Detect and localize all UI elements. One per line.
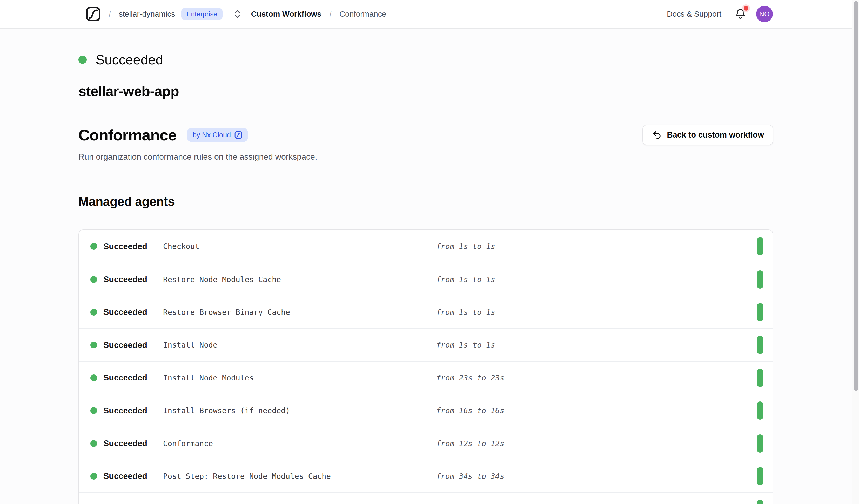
step-name: Install Node Modules xyxy=(163,373,436,382)
breadcrumb-separator: / xyxy=(109,9,111,19)
workspace-switcher-icon[interactable] xyxy=(234,9,241,19)
status-dot-icon xyxy=(90,341,97,348)
page-description: Run organization conformance rules on th… xyxy=(78,152,773,162)
by-nx-cloud-badge: by Nx Cloud xyxy=(187,128,248,142)
nx-cloud-logo-icon[interactable] xyxy=(86,6,101,21)
run-status: Succeeded xyxy=(78,29,773,67)
scrollbar-track xyxy=(852,0,859,504)
agent-step-row[interactable]: Succeeded Checkout from 1s to 1s xyxy=(79,230,773,263)
status-dot-icon xyxy=(90,375,97,381)
status-dot-icon xyxy=(90,440,97,447)
step-duration-bar-icon xyxy=(757,303,764,321)
step-duration-bar-icon xyxy=(757,237,764,255)
back-to-custom-workflow-button[interactable]: Back to custom workflow xyxy=(643,125,773,145)
undo-arrow-icon xyxy=(652,130,662,140)
step-status-label: Succeeded xyxy=(103,439,147,448)
by-nx-cloud-label: by Nx Cloud xyxy=(193,132,231,139)
step-name: Install Node xyxy=(163,340,436,349)
status-dot-icon xyxy=(78,56,87,64)
step-status-label: Succeeded xyxy=(103,242,147,251)
step-duration: from 1s to 1s xyxy=(436,242,495,251)
step-status-cell: Succeeded xyxy=(90,340,163,350)
agent-step-row[interactable]: Succeeded Install Browsers (if needed) f… xyxy=(79,394,773,427)
step-duration-bar-icon xyxy=(757,369,764,387)
agent-step-row[interactable]: Succeeded Install Node Modules from 23s … xyxy=(79,361,773,394)
step-status-label: Succeeded xyxy=(103,340,147,350)
breadcrumb-separator: / xyxy=(330,9,332,19)
step-duration-bar-icon xyxy=(757,434,764,453)
step-name: Restore Browser Binary Cache xyxy=(163,308,436,317)
notifications-button[interactable] xyxy=(735,8,746,20)
page-title: Conformance xyxy=(78,126,177,144)
step-duration: from 16s to 16s xyxy=(436,406,504,415)
agent-step-row[interactable]: Succeeded Install Node from 1s to 1s xyxy=(79,328,773,361)
agent-step-row[interactable]: Succeeded Post Step: Restore Node Module… xyxy=(79,460,773,492)
status-dot-icon xyxy=(90,276,97,283)
step-duration: from 1s to 1s xyxy=(436,340,495,349)
step-status-label: Succeeded xyxy=(103,373,147,383)
step-duration-bar-icon xyxy=(757,336,764,354)
notification-badge-icon xyxy=(744,6,748,11)
step-duration: from 1s to 1s xyxy=(436,275,495,284)
app-window: / stellar-dynamics Enterprise Custom Wor… xyxy=(0,0,859,504)
scrollbar-thumb[interactable] xyxy=(854,1,858,391)
step-name: Checkout xyxy=(163,242,436,251)
step-status-cell: Succeeded xyxy=(90,439,163,448)
user-avatar[interactable]: NO xyxy=(756,6,773,22)
enterprise-badge: Enterprise xyxy=(181,8,223,20)
step-status-label: Succeeded xyxy=(103,406,147,415)
breadcrumb-custom-workflows[interactable]: Custom Workflows xyxy=(251,10,321,18)
step-status-cell: Succeeded xyxy=(90,471,163,481)
step-name: Post Step: Restore Node Modules Cache xyxy=(163,472,436,480)
step-name: Conformance xyxy=(163,439,436,448)
top-nav: / stellar-dynamics Enterprise Custom Wor… xyxy=(0,0,859,29)
managed-agents-list: Succeeded Checkout from 1s to 1s Succeed… xyxy=(78,229,773,504)
step-status-cell: Succeeded xyxy=(90,242,163,251)
step-status-cell: Succeeded xyxy=(90,275,163,284)
back-button-label: Back to custom workflow xyxy=(667,130,764,140)
breadcrumb: / stellar-dynamics Enterprise Custom Wor… xyxy=(86,6,386,21)
step-status-cell: Succeeded xyxy=(90,373,163,383)
agent-step-row[interactable]: Succeeded Restore Browser Binary Cache f… xyxy=(79,295,773,328)
status-dot-icon xyxy=(90,407,97,414)
agent-step-row[interactable]: Succeeded Post Step: Restore Browser Bin… xyxy=(79,492,773,504)
agent-step-row[interactable]: Succeeded Restore Node Modules Cache fro… xyxy=(79,263,773,295)
step-duration-bar-icon xyxy=(757,467,764,485)
workspace-title: stellar-web-app xyxy=(78,83,773,99)
status-dot-icon xyxy=(90,473,97,479)
nx-cloud-mini-logo-icon xyxy=(235,131,242,139)
breadcrumb-org[interactable]: stellar-dynamics xyxy=(119,10,175,18)
docs-support-link[interactable]: Docs & Support xyxy=(667,10,721,18)
nav-actions: Docs & Support NO xyxy=(667,6,773,22)
step-name: Install Browsers (if needed) xyxy=(163,406,436,415)
step-name: Restore Node Modules Cache xyxy=(163,275,436,284)
status-dot-icon xyxy=(90,243,97,250)
step-duration: from 12s to 12s xyxy=(436,439,504,448)
step-duration-bar-icon xyxy=(757,500,764,504)
step-status-label: Succeeded xyxy=(103,275,147,284)
status-dot-icon xyxy=(90,309,97,316)
step-status-cell: Succeeded xyxy=(90,307,163,317)
step-duration: from 34s to 34s xyxy=(436,472,504,480)
step-duration-bar-icon xyxy=(757,271,764,289)
step-status-label: Succeeded xyxy=(103,307,147,317)
step-status-cell: Succeeded xyxy=(90,406,163,415)
step-duration: from 1s to 1s xyxy=(436,308,495,317)
agent-step-row[interactable]: Succeeded Conformance from 12s to 12s xyxy=(79,427,773,459)
run-status-label: Succeeded xyxy=(95,52,163,67)
conformance-header: Conformance by Nx Cloud Back to custom w… xyxy=(78,125,773,145)
breadcrumb-page: Conformance xyxy=(340,10,386,18)
managed-agents-heading: Managed agents xyxy=(78,194,773,209)
step-duration: from 23s to 23s xyxy=(436,373,504,382)
main-content: Succeeded stellar-web-app Conformance by… xyxy=(78,29,773,504)
step-duration-bar-icon xyxy=(757,401,764,419)
step-status-label: Succeeded xyxy=(103,471,147,481)
